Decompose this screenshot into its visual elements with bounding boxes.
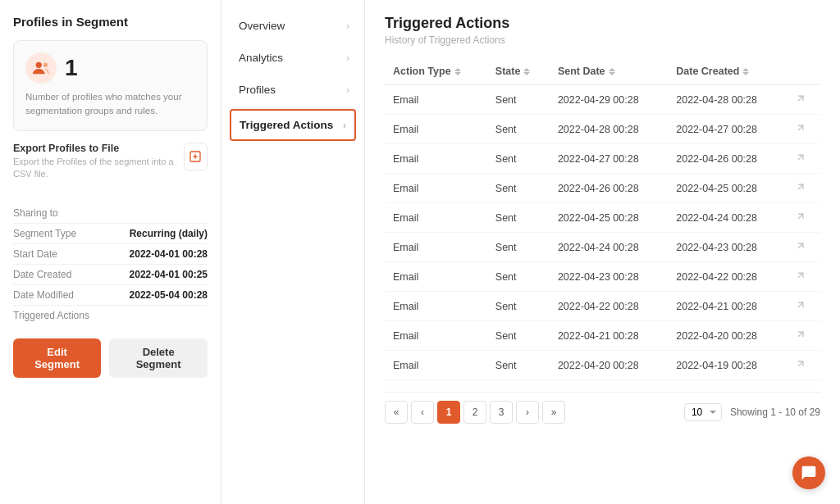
cell-dateCreated: 2022-04-26 00:28 [668,144,786,174]
row-action-icon[interactable] [795,93,806,107]
row-action-icon[interactable] [795,270,806,284]
export-section: Export Profiles to File Export the Profi… [13,143,208,181]
cell-state: Sent [487,174,550,203]
column-header-sentDate[interactable]: Sent Date [550,59,668,84]
meta-row: Segment TypeRecurring (daily) [13,224,208,244]
chevron-right-icon: › [346,20,349,32]
export-title: Export Profiles to File [13,143,184,154]
per-page-select[interactable]: 10 25 50 [684,403,722,421]
pagination-page-2[interactable]: 2 [463,401,486,424]
row-action-icon[interactable] [795,300,806,313]
cell-dateCreated: 2022-04-20 00:28 [668,321,786,351]
cell-dateCreated: 2022-04-27 00:28 [668,115,786,144]
cell-actionType: Email [385,174,487,203]
cell-sentDate: 2022-04-24 00:28 [550,233,668,262]
cell-state: Sent [487,233,550,262]
cell-dateCreated: 2022-04-21 00:28 [668,292,786,321]
nav-item-triggered-actions[interactable]: Triggered Actions› [230,109,356,141]
row-action-cell [787,262,820,292]
sort-icon [454,68,461,75]
row-action-icon[interactable] [795,211,806,225]
cell-sentDate: 2022-04-22 00:28 [550,292,668,321]
column-header-state[interactable]: State [487,59,550,84]
cell-actionType: Email [385,292,487,321]
pagination-next-button[interactable]: › [516,401,539,424]
row-action-cell [787,351,820,380]
table-row: EmailSent2022-04-23 00:282022-04-22 00:2… [385,262,820,292]
cell-actionType: Email [385,115,487,144]
meta-section: Sharing toSegment TypeRecurring (daily)S… [13,203,208,325]
cell-sentDate: 2022-04-26 00:28 [550,174,668,203]
export-button[interactable] [184,143,208,170]
pagination-prev-button[interactable]: ‹ [411,401,434,424]
meta-value: 2022-05-04 00:28 [130,289,208,301]
row-action-icon[interactable] [795,152,806,166]
column-header-actionType[interactable]: Action Type [385,59,487,84]
sort-icon [609,68,615,75]
table-row: EmailSent2022-04-27 00:282022-04-26 00:2… [385,144,820,174]
nav-item-label: Profiles [239,84,276,96]
nav-item-overview[interactable]: Overview› [221,10,364,42]
pagination-last-button[interactable]: » [542,401,565,424]
middle-nav: Overview›Analytics›Profiles›Triggered Ac… [221,0,365,504]
table-row: EmailSent2022-04-20 00:282022-04-19 00:2… [385,351,820,380]
row-action-cell [787,115,820,144]
row-action-icon[interactable] [795,241,806,254]
meta-value: 2022-04-01 00:25 [130,269,208,280]
meta-value: Recurring (daily) [130,228,208,239]
table-row: EmailSent2022-04-29 00:282022-04-28 00:2… [385,84,820,115]
cell-sentDate: 2022-04-25 00:28 [550,203,668,233]
profile-icon [25,52,57,84]
table-row: EmailSent2022-04-25 00:282022-04-24 00:2… [385,203,820,233]
delete-segment-button[interactable]: Delete Segment [109,338,208,378]
meta-row: Date Created2022-04-01 00:25 [13,265,208,285]
nav-item-label: Analytics [239,52,283,64]
chevron-right-icon: › [346,52,349,64]
pagination-right: 10 25 50 Showing 1 - 10 of 29 [684,403,820,421]
cell-actionType: Email [385,321,487,351]
row-action-icon[interactable] [795,329,806,343]
table-row: EmailSent2022-04-21 00:282022-04-20 00:2… [385,321,820,351]
main-subtitle: History of Triggered Actions [385,34,820,46]
meta-label: Date Created [13,269,71,280]
column-header-dateCreated[interactable]: Date Created [668,59,786,84]
svg-point-0 [36,62,42,68]
row-action-cell [787,321,820,351]
cell-state: Sent [487,203,550,233]
cell-dateCreated: 2022-04-23 00:28 [668,233,786,262]
cell-sentDate: 2022-04-27 00:28 [550,144,668,174]
cell-state: Sent [487,262,550,292]
cell-sentDate: 2022-04-28 00:28 [550,115,668,144]
meta-row: Date Modified2022-05-04 00:28 [13,285,208,306]
sort-icon [742,68,749,75]
action-buttons: Edit Segment Delete Segment [13,338,208,378]
meta-value: 2022-04-01 00:28 [130,248,208,260]
cell-actionType: Email [385,262,487,292]
meta-row: Start Date2022-04-01 00:28 [13,244,208,265]
meta-label: Start Date [13,248,57,260]
row-action-icon[interactable] [795,359,806,372]
cell-sentDate: 2022-04-29 00:28 [550,84,668,115]
pagination-page-3[interactable]: 3 [490,401,513,424]
row-action-icon[interactable] [795,123,806,136]
pagination-bar: «‹123›» 10 25 50 Showing 1 - 10 of 29 [385,392,820,424]
cell-actionType: Email [385,84,487,115]
cell-sentDate: 2022-04-23 00:28 [550,262,668,292]
pagination-page-1[interactable]: 1 [437,401,460,424]
triggered-actions-table: Action TypeStateSent DateDate CreatedEma… [385,59,820,380]
row-action-icon[interactable] [795,182,806,195]
nav-item-label: Triggered Actions [240,119,333,131]
cell-state: Sent [487,115,550,144]
pagination-first-button[interactable]: « [385,401,408,424]
cell-state: Sent [487,351,550,380]
edit-segment-button[interactable]: Edit Segment [13,338,101,378]
chat-bubble[interactable] [792,456,825,489]
svg-point-1 [43,63,48,68]
cell-dateCreated: 2022-04-22 00:28 [668,262,786,292]
cell-state: Sent [487,84,550,115]
meta-label: Segment Type [13,228,76,239]
table-row: EmailSent2022-04-22 00:282022-04-21 00:2… [385,292,820,321]
nav-item-profiles[interactable]: Profiles› [221,74,364,106]
chevron-right-icon: › [346,84,349,96]
nav-item-analytics[interactable]: Analytics› [221,42,364,74]
